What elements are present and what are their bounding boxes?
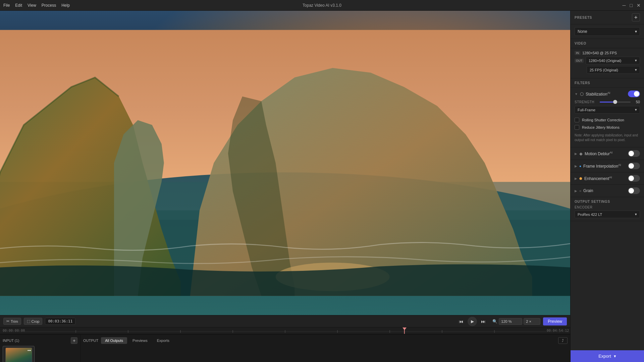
- reduce-jittery-checkbox[interactable]: [575, 125, 579, 130]
- presets-label: PRESETS: [575, 16, 592, 19]
- resolution-out-select[interactable]: 1280×540 (Original) ▾: [586, 57, 640, 64]
- zoom-select[interactable]: 120 %: [499, 318, 522, 325]
- encoder-label: ENCODER: [575, 205, 640, 209]
- menu-edit[interactable]: Edit: [15, 3, 22, 8]
- strength-slider[interactable]: [600, 102, 631, 103]
- presets-chevron-icon: ▾: [635, 29, 637, 34]
- enhancement-toggle[interactable]: [628, 175, 640, 182]
- presets-select[interactable]: None ▾: [575, 27, 640, 36]
- add-preset-button[interactable]: +: [632, 13, 640, 21]
- stabilization-note: Note: After applying stabilization, inpu…: [575, 133, 640, 142]
- transport-controls: ⏮ ▶ ⏭: [458, 317, 487, 326]
- menu-file[interactable]: File: [3, 3, 10, 8]
- rolling-shutter-label: Rolling Shutter Correction: [582, 118, 624, 122]
- input-panel: INPUT (1) + ••• ...of INDONESIA.mp4: [0, 335, 80, 362]
- motion-deblur-filter: ▶ ◈ Motion DeblurAI: [571, 147, 644, 160]
- add-input-button[interactable]: +: [71, 337, 77, 344]
- all-outputs-tab[interactable]: All Outputs: [101, 337, 127, 344]
- motion-deblur-ai-badge: AI: [610, 151, 613, 154]
- grain-name-text: Grain: [583, 188, 593, 193]
- trim-icon: ✂: [6, 319, 9, 323]
- frame-interpolation-filter: ▶ ● Frame InterpolationAI: [571, 160, 644, 172]
- presets-row: None ▾: [571, 24, 644, 39]
- timeline-start-time: 00:00:00:00: [0, 329, 23, 333]
- trim-button[interactable]: ✂ Trim: [3, 318, 21, 325]
- fps-select[interactable]: 25 FPS (Original) ▾: [587, 66, 640, 74]
- crop-label: Crop: [32, 319, 40, 323]
- video-section-header: VIDEO: [571, 39, 644, 48]
- fps-multiplier-select[interactable]: 2 ×: [524, 318, 540, 325]
- stabilization-collapse-icon[interactable]: ▼: [575, 92, 578, 96]
- titlebar: File Edit View Process Help Topaz Video …: [0, 0, 644, 11]
- menu-view[interactable]: View: [28, 3, 36, 8]
- menu-process[interactable]: Process: [42, 3, 56, 8]
- play-button[interactable]: ▶: [468, 317, 477, 326]
- video-out-row: OUT 1280×540 (Original) ▾: [575, 57, 640, 64]
- presets-section-header: PRESETS +: [571, 11, 644, 24]
- filters-label: FILTERS: [575, 81, 590, 85]
- video-area: ✂ Trim ⬚ Crop 00:03:36:11 ⏮ ▶ ⏭ 🔍 120: [0, 11, 570, 362]
- motion-deblur-toggle[interactable]: [628, 150, 640, 157]
- output-export-button[interactable]: ⤴: [558, 337, 568, 344]
- rolling-shutter-checkbox[interactable]: [575, 118, 579, 122]
- crop-icon: ⬚: [27, 319, 30, 323]
- enhancement-name: EnhancementAI: [584, 176, 626, 181]
- stabilization-name: StabilizationAI: [586, 91, 626, 97]
- crop-button[interactable]: ⬚ Crop: [24, 318, 43, 325]
- strength-value: 50: [636, 100, 640, 104]
- presets-value: None: [578, 29, 587, 34]
- timeline-end-time: 00:04:54:12: [547, 329, 570, 333]
- zoom-icon: 🔍: [492, 319, 497, 324]
- minimize-button[interactable]: ─: [623, 3, 626, 8]
- trim-label: Trim: [11, 319, 18, 323]
- output-settings: OUTPUT SETTINGS ENCODER ProRes 422 LT ▾: [571, 197, 644, 221]
- stabilization-filter: ▼ ⬡ StabilizationAI STRENGTH 50: [571, 88, 644, 147]
- output-settings-header: OUTPUT SETTINGS: [575, 200, 640, 205]
- stabilization-ai-badge: AI: [607, 91, 610, 95]
- skip-back-button[interactable]: ⏮: [458, 317, 465, 325]
- enhancement-expand-icon[interactable]: ▶: [575, 177, 577, 180]
- bottom-area: INPUT (1) + ••• ...of INDONESIA.mp4: [0, 334, 570, 362]
- thumb-menu-dots[interactable]: •••: [28, 349, 31, 352]
- right-panel: PRESETS + None ▾ VIDEO IN 1280×540 @ 25 …: [570, 11, 644, 362]
- maximize-button[interactable]: □: [630, 3, 633, 8]
- video-thumbnail-item[interactable]: ••• ...of INDONESIA.mp4: [3, 346, 35, 362]
- grain-toggle[interactable]: [628, 187, 640, 194]
- zoom-controls: 🔍 120 % 2 ×: [492, 318, 540, 325]
- filters-header: FILTERS: [571, 78, 644, 88]
- frame-interpolation-icon: ●: [579, 164, 581, 168]
- enhancement-icon: ⬟: [579, 177, 582, 180]
- export-button[interactable]: Export ▾: [571, 350, 644, 362]
- stabilization-name-text: Stabilization: [586, 92, 607, 97]
- frame-interpolation-row: ▶ ● Frame InterpolationAI: [575, 163, 640, 169]
- enhancement-ai-badge: AI: [609, 176, 612, 179]
- exports-tab[interactable]: Exports: [153, 337, 173, 344]
- frame-interpolation-toggle[interactable]: [628, 163, 640, 169]
- output-label: OUTPUT: [83, 339, 98, 343]
- enhancement-name-text: Enhancement: [584, 176, 609, 181]
- mode-value: Full-Frame: [578, 108, 595, 112]
- menu-bar: File Edit View Process Help: [3, 3, 70, 8]
- close-button[interactable]: ✕: [637, 3, 641, 8]
- preview-button[interactable]: Preview: [543, 317, 567, 325]
- stabilization-mode-select[interactable]: Full-Frame ▾: [575, 106, 640, 114]
- resolution-chevron-icon: ▾: [635, 58, 637, 63]
- output-panel: OUTPUT All Outputs Previews Exports ⤴: [80, 335, 570, 362]
- encoder-select[interactable]: ProRes 422 LT ▾: [575, 210, 640, 218]
- strength-row: STRENGTH 50: [575, 100, 640, 104]
- motion-deblur-name-text: Motion Deblur: [585, 152, 610, 156]
- fps-value: 25 FPS (Original): [590, 68, 618, 72]
- grain-expand-icon[interactable]: ▶: [575, 189, 577, 193]
- previews-tab[interactable]: Previews: [128, 337, 152, 344]
- video-preview: [0, 11, 570, 315]
- stabilization-toggle[interactable]: [628, 90, 640, 97]
- menu-help[interactable]: Help: [61, 3, 70, 8]
- motion-deblur-expand-icon[interactable]: ▶: [575, 152, 577, 156]
- fps-chevron-icon: ▾: [635, 68, 637, 72]
- input-panel-header: INPUT (1) +: [3, 337, 77, 344]
- reduce-jittery-row: Reduce Jittery Motions: [575, 124, 640, 131]
- stabilization-header-row: ▼ ⬡ StabilizationAI: [575, 90, 640, 97]
- motion-deblur-row: ▶ ◈ Motion DeblurAI: [575, 150, 640, 157]
- skip-forward-button[interactable]: ⏭: [480, 317, 487, 325]
- frame-interpolation-expand-icon[interactable]: ▶: [575, 164, 577, 168]
